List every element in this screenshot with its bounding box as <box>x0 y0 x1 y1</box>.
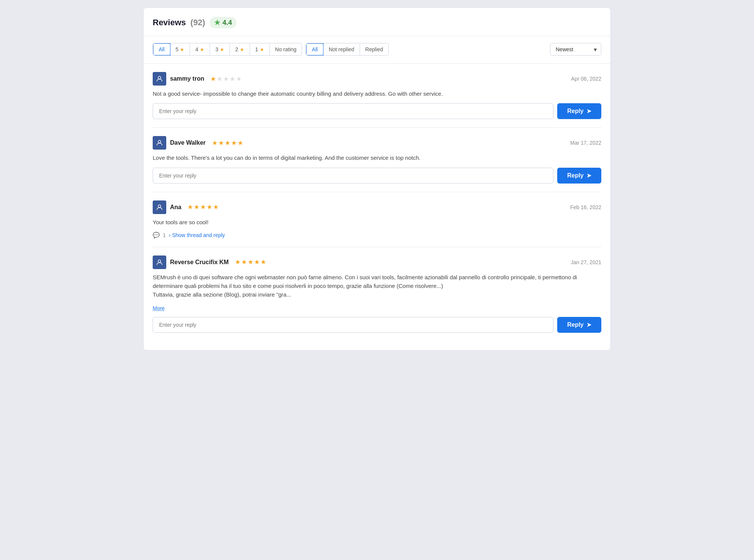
reviewer-name-1: sammy tron <box>170 75 204 82</box>
reply-label-2: Reply <box>567 172 584 179</box>
filter-all-btn[interactable]: All <box>153 43 171 56</box>
rating-star-icon: ★ <box>214 18 220 27</box>
review-meta-1: sammy tron ★ ★ ★ ★ ★ Apr 06, 2022 <box>153 72 601 86</box>
star-filled: ★ <box>218 139 224 147</box>
reviewer-name-3: Ana <box>170 204 181 211</box>
reply-filter-group: All Not replied Replied <box>306 43 389 56</box>
review-item: Ana ★ ★ ★ ★ ★ Feb 16, 2022 Your tools ar… <box>153 192 601 247</box>
star-2-icon: ★ <box>240 47 244 52</box>
reviewer-info-1: sammy tron ★ ★ ★ ★ ★ <box>153 72 242 86</box>
star-empty: ★ <box>223 75 229 83</box>
star-empty: ★ <box>230 75 235 83</box>
reviewer-name-2: Dave Walker <box>170 139 206 146</box>
star-filled: ★ <box>200 203 206 211</box>
chat-icon: 💬 <box>153 232 160 239</box>
review-item: sammy tron ★ ★ ★ ★ ★ Apr 06, 2022 Not a … <box>153 64 601 128</box>
avatar-1 <box>153 72 166 86</box>
thread-count: 1 <box>163 232 166 238</box>
star-filled: ★ <box>207 203 212 211</box>
more-link-4[interactable]: More <box>153 305 165 311</box>
review-meta-4: Reverse Crucifix KM ★ ★ ★ ★ ★ Jan 27, 20… <box>153 256 601 269</box>
star-empty: ★ <box>236 75 242 83</box>
send-icon-4: ➤ <box>587 321 592 328</box>
star-filled: ★ <box>261 258 266 266</box>
thread-label: Show thread and reply <box>172 232 225 238</box>
review-text-4: SEMrush è uno di quei software che ogni … <box>153 273 601 299</box>
reply-button-2[interactable]: Reply ➤ <box>557 168 601 184</box>
star-filled: ★ <box>210 75 216 83</box>
review-text-1: Not a good service- impossible to change… <box>153 89 601 98</box>
reviewer-name-4: Reverse Crucifix KM <box>170 259 229 266</box>
filter-4star-btn[interactable]: 4 ★ <box>190 44 210 55</box>
reply-button-1[interactable]: Reply ➤ <box>557 103 601 119</box>
star-filled: ★ <box>187 203 193 211</box>
star-filled: ★ <box>235 258 241 266</box>
star-filled: ★ <box>213 203 219 211</box>
rating-badge: ★ 4.4 <box>210 17 236 28</box>
reply-area-4: Reply ➤ <box>153 317 601 333</box>
reviews-header: Reviews (92) ★ 4.4 <box>153 17 601 28</box>
rating-value: 4.4 <box>222 19 232 27</box>
star-filled: ★ <box>194 203 199 211</box>
stars-4: ★ ★ ★ ★ ★ <box>235 258 266 266</box>
stars-3: ★ ★ ★ ★ ★ <box>187 203 219 211</box>
reply-input-4[interactable] <box>153 317 553 333</box>
reviews-count: (92) <box>190 18 205 28</box>
reviews-list: sammy tron ★ ★ ★ ★ ★ Apr 06, 2022 Not a … <box>153 64 601 341</box>
filter-reply-all-btn[interactable]: All <box>306 43 324 56</box>
reviews-container: Reviews (92) ★ 4.4 All 5 ★ 4 ★ 3 ★ 2 ★ 1… <box>143 8 611 350</box>
review-date-4: Jan 27, 2021 <box>571 259 601 265</box>
filter-5star-btn[interactable]: 5 ★ <box>170 44 190 55</box>
star-filled: ★ <box>238 139 243 147</box>
reviewer-info-4: Reverse Crucifix KM ★ ★ ★ ★ ★ <box>153 256 266 269</box>
filter-replied-btn[interactable]: Replied <box>360 44 388 55</box>
reply-label-4: Reply <box>567 321 584 328</box>
reply-input-2[interactable] <box>153 168 553 184</box>
show-thread-reply-link[interactable]: › Show thread and reply <box>169 232 225 238</box>
star-5-icon: ★ <box>180 47 184 52</box>
reply-label-1: Reply <box>567 108 584 115</box>
sort-select[interactable]: Newest Oldest Highest rated Lowest rated <box>550 43 601 56</box>
stars-1: ★ ★ ★ ★ ★ <box>210 75 242 83</box>
send-icon-2: ➤ <box>587 172 592 179</box>
review-date-2: Mar 17, 2022 <box>570 140 602 146</box>
review-date-3: Feb 16, 2022 <box>570 204 601 210</box>
filter-norating-btn[interactable]: No rating <box>270 44 302 55</box>
send-icon-1: ➤ <box>587 108 592 115</box>
stars-2: ★ ★ ★ ★ ★ <box>212 139 243 147</box>
reply-area-2: Reply ➤ <box>153 168 601 184</box>
header-divider <box>144 36 610 36</box>
star-filled: ★ <box>225 139 230 147</box>
star-1-icon: ★ <box>260 47 264 52</box>
sort-wrapper: Newest Oldest Highest rated Lowest rated <box>550 43 601 56</box>
avatar-4 <box>153 256 166 269</box>
filters-bar: All 5 ★ 4 ★ 3 ★ 2 ★ 1 ★ No rating All No… <box>153 43 601 56</box>
reply-input-1[interactable] <box>153 103 553 119</box>
review-date-1: Apr 06, 2022 <box>571 76 601 82</box>
star-filled: ★ <box>241 258 247 266</box>
star-filter-group: All 5 ★ 4 ★ 3 ★ 2 ★ 1 ★ No rating <box>153 43 302 56</box>
review-meta-3: Ana ★ ★ ★ ★ ★ Feb 16, 2022 <box>153 200 601 214</box>
star-filled: ★ <box>231 139 237 147</box>
filter-3star-btn[interactable]: 3 ★ <box>210 44 230 55</box>
star-filled: ★ <box>254 258 260 266</box>
reply-button-4[interactable]: Reply ➤ <box>557 317 601 333</box>
thread-link-3: 💬 1 › Show thread and reply <box>153 232 601 239</box>
filter-1star-btn[interactable]: 1 ★ <box>250 44 270 55</box>
review-meta-2: Dave Walker ★ ★ ★ ★ ★ Mar 17, 2022 <box>153 136 601 150</box>
filter-2star-btn[interactable]: 2 ★ <box>230 44 250 55</box>
filter-not-replied-btn[interactable]: Not replied <box>323 44 360 55</box>
reply-area-1: Reply ➤ <box>153 103 601 119</box>
review-item: Reverse Crucifix KM ★ ★ ★ ★ ★ Jan 27, 20… <box>153 247 601 341</box>
reviewer-info-2: Dave Walker ★ ★ ★ ★ ★ <box>153 136 243 150</box>
review-text-2: Love the tools. There's a lot you can do… <box>153 153 601 162</box>
star-filled: ★ <box>248 258 253 266</box>
star-3-icon: ★ <box>220 47 224 52</box>
review-text-3: Your tools are so cool! <box>153 218 601 226</box>
avatar-3 <box>153 200 166 214</box>
avatar-2 <box>153 136 166 150</box>
reviewer-info-3: Ana ★ ★ ★ ★ ★ <box>153 200 219 214</box>
reviews-title: Reviews <box>153 18 186 28</box>
star-4-icon: ★ <box>200 47 204 52</box>
star-filled: ★ <box>212 139 218 147</box>
